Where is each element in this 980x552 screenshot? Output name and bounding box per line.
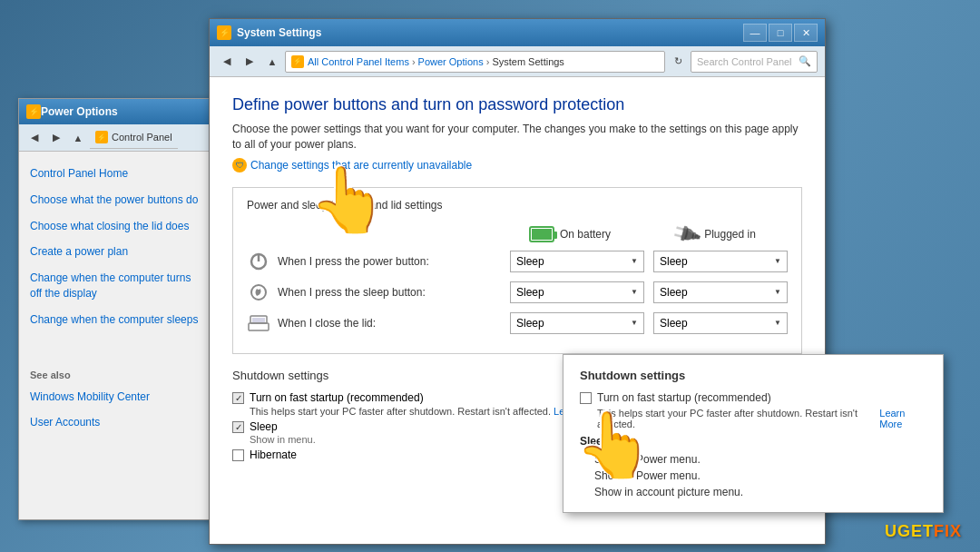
sidebar-see-also-label: See also bbox=[19, 360, 212, 384]
popup-window: Shutdown settings Turn on fast startup (… bbox=[563, 354, 944, 513]
path-system-settings: System Settings bbox=[492, 56, 564, 67]
sleep-button-selects: Sleep ▼ Sleep ▼ bbox=[510, 281, 788, 303]
sidebar-item-user-accounts[interactable]: User Accounts bbox=[19, 409, 212, 436]
titlebar-controls: — □ ✕ bbox=[743, 24, 818, 42]
lid-label-cell: When I close the lid: bbox=[247, 311, 510, 335]
lid-row: When I close the lid: Sleep ▼ Sleep ▼ bbox=[247, 311, 788, 335]
lid-icon bbox=[247, 311, 270, 335]
sidebar-item-power-buttons[interactable]: Choose what the power buttons do bbox=[19, 187, 212, 213]
sidebar-up-btn[interactable]: ▲ bbox=[68, 128, 88, 148]
power-button-icon bbox=[247, 250, 270, 273]
sidebar-item-control-panel-home[interactable]: Control Panel Home bbox=[19, 161, 212, 187]
svg-rect-5 bbox=[252, 318, 265, 322]
change-settings-link[interactable]: 🛡 Change settings that are currently una… bbox=[232, 158, 802, 172]
lid-battery-value: Sleep bbox=[516, 317, 544, 330]
sidebar-title: Power Options bbox=[41, 105, 118, 118]
main-back-btn[interactable]: ◀ bbox=[217, 52, 237, 72]
settings-shield-icon: 🛡 bbox=[232, 158, 247, 172]
sleep-checkbox[interactable] bbox=[232, 421, 244, 433]
sidebar-item-turn-off-display[interactable]: Change when the computer turns off the d… bbox=[19, 265, 212, 307]
sidebar-titlebar: ⚡ Power Options bbox=[19, 99, 212, 124]
popup-fast-startup-row: Turn on fast startup (recommended) bbox=[580, 391, 926, 404]
power-button-row: When I press the power button: Sleep ▼ S… bbox=[247, 250, 788, 273]
sidebar-back-btn[interactable]: ◀ bbox=[24, 128, 44, 148]
search-bar[interactable]: Search Control Panel 🔍 bbox=[691, 51, 818, 73]
path-power-options[interactable]: Power Options bbox=[418, 56, 484, 67]
hibernate-label: Hibernate bbox=[250, 448, 297, 461]
path-sep-2: › bbox=[486, 56, 490, 67]
sleep-button-row: When I press the sleep button: Sleep ▼ S… bbox=[247, 281, 788, 304]
battery-icon bbox=[529, 226, 554, 242]
main-refresh-btn[interactable]: ↻ bbox=[668, 52, 688, 72]
watermark-prefix: UGET bbox=[885, 522, 934, 540]
popup-fast-startup-label: Turn on fast startup (recommended) bbox=[597, 391, 771, 404]
minimize-btn[interactable]: — bbox=[743, 24, 767, 42]
main-up-btn[interactable]: ▲ bbox=[262, 52, 282, 72]
on-battery-label: On battery bbox=[560, 228, 611, 241]
popup-row-1: Show in Power menu. bbox=[594, 451, 926, 468]
sidebar-path-text: Control Panel bbox=[112, 132, 172, 143]
popup-title: Shutdown settings bbox=[580, 369, 926, 382]
path-icon: ⚡ bbox=[291, 55, 304, 68]
lid-plugged-dropdown[interactable]: Sleep ▼ bbox=[653, 312, 788, 334]
plug-icon: 🔌 bbox=[670, 218, 702, 251]
path-control-panel[interactable]: All Control Panel Items bbox=[308, 56, 409, 67]
titlebar-left: ⚡ System Settings bbox=[217, 25, 321, 40]
power-sleep-section: Power and sleep buttons and lid settings… bbox=[232, 187, 802, 354]
popup-fast-startup-desc: This helps start your PC faster after sh… bbox=[597, 408, 926, 429]
svg-rect-3 bbox=[249, 323, 269, 330]
power-plugged-dropdown[interactable]: Sleep ▼ bbox=[653, 251, 788, 272]
fast-startup-sub: This helps start your PC faster after sh… bbox=[250, 406, 551, 417]
search-placeholder: Search Control Panel bbox=[697, 56, 799, 67]
popup-fast-startup-checkbox[interactable] bbox=[580, 392, 592, 404]
lid-label: When I close the lid: bbox=[278, 317, 376, 330]
power-button-selects: Sleep ▼ Sleep ▼ bbox=[510, 251, 788, 272]
plugged-in-label: Plugged in bbox=[704, 228, 756, 241]
watermark: UGETFIX bbox=[885, 522, 962, 541]
plugged-col-header: 🔌 Plugged in bbox=[642, 222, 788, 246]
main-forward-btn[interactable]: ▶ bbox=[240, 52, 260, 72]
sleep-plugged-dropdown[interactable]: Sleep ▼ bbox=[653, 281, 788, 303]
sidebar-window: ⚡ Power Options ◀ ▶ ▲ ⚡ Control Panel Co… bbox=[18, 98, 213, 520]
sidebar-item-mobility-center[interactable]: Windows Mobility Center bbox=[19, 384, 212, 410]
power-plugged-arrow: ▼ bbox=[774, 257, 781, 265]
sidebar-item-close-lid[interactable]: Choose what closing the lid does bbox=[19, 213, 212, 240]
sidebar-content: Control Panel Home Choose what the power… bbox=[19, 152, 212, 519]
sidebar-forward-btn[interactable]: ▶ bbox=[46, 128, 66, 148]
popup-learn-more[interactable]: Learn More bbox=[879, 408, 926, 429]
main-window-title: System Settings bbox=[237, 26, 321, 39]
close-btn[interactable]: ✕ bbox=[794, 24, 818, 42]
power-button-label-cell: When I press the power button: bbox=[247, 250, 510, 273]
search-icon[interactable]: 🔍 bbox=[799, 55, 811, 67]
main-path-bar[interactable]: ⚡ All Control Panel Items › Power Option… bbox=[285, 51, 665, 73]
section-title: Power and sleep buttons and lid settings bbox=[247, 199, 788, 212]
lid-plugged-arrow: ▼ bbox=[774, 319, 781, 327]
power-button-label: When I press the power button: bbox=[278, 255, 429, 268]
sleep-battery-dropdown[interactable]: Sleep ▼ bbox=[510, 281, 644, 303]
power-battery-arrow: ▼ bbox=[631, 257, 638, 265]
sleep-button-icon bbox=[247, 281, 270, 304]
maximize-btn[interactable]: □ bbox=[769, 24, 792, 42]
watermark-suffix: FIX bbox=[934, 522, 962, 540]
main-titlebar-icon: ⚡ bbox=[217, 25, 231, 40]
popup-row-2: Show in Power menu. bbox=[594, 468, 926, 484]
main-titlebar: ⚡ System Settings — □ ✕ bbox=[210, 19, 825, 46]
hibernate-checkbox[interactable] bbox=[232, 449, 244, 461]
popup-row-3: Show in account picture menu. bbox=[594, 484, 926, 500]
lid-selects: Sleep ▼ Sleep ▼ bbox=[510, 312, 788, 334]
sidebar-item-change-sleep[interactable]: Change when the computer sleeps bbox=[19, 307, 212, 333]
lid-battery-dropdown[interactable]: Sleep ▼ bbox=[510, 312, 644, 334]
page-description: Choose the power settings that you want … bbox=[232, 122, 802, 153]
page-title: Define power buttons and turn on passwor… bbox=[232, 95, 802, 114]
battery-col-header: On battery bbox=[497, 222, 642, 246]
sleep-battery-value: Sleep bbox=[516, 286, 544, 299]
lid-battery-arrow: ▼ bbox=[631, 319, 638, 327]
sleep-sub-label: Show in menu. bbox=[250, 434, 316, 445]
fast-startup-label: Turn on fast startup (recommended) bbox=[250, 391, 424, 404]
fast-startup-checkbox[interactable] bbox=[232, 392, 244, 404]
change-settings-text[interactable]: Change settings that are currently unava… bbox=[250, 159, 472, 172]
sidebar-item-create-plan[interactable]: Create a power plan bbox=[19, 239, 212, 265]
sleep-plugged-value: Sleep bbox=[660, 286, 688, 299]
popup-fast-startup-sub: This helps start your PC faster after sh… bbox=[597, 408, 874, 429]
power-battery-dropdown[interactable]: Sleep ▼ bbox=[510, 251, 644, 272]
